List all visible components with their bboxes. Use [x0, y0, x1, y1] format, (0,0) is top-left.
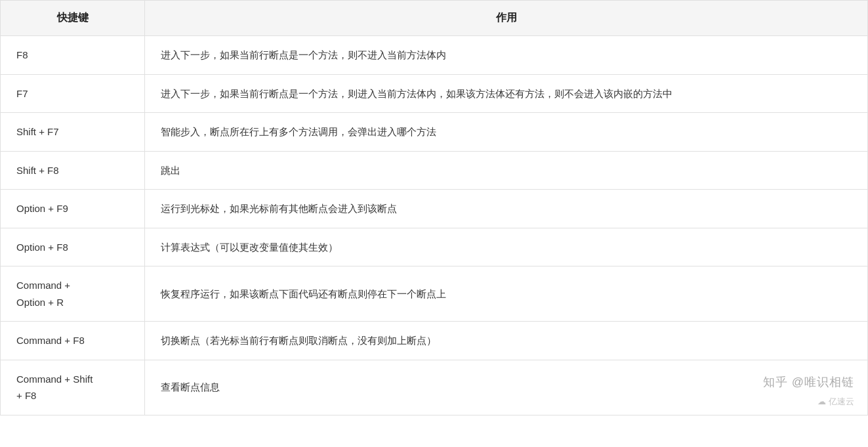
description-cell: 计算表达式（可以更改变量值使其生效）: [145, 228, 868, 266]
table-row: Shift + F7智能步入，断点所在行上有多个方法调用，会弹出进入哪个方法: [1, 113, 868, 152]
header-shortcut: 快捷键: [1, 1, 145, 36]
table-row: Command + Shift + F8查看断点信息知乎 @唯识相链☁ 亿速云: [1, 360, 868, 415]
aliyun-cloud-icon: ☁: [817, 394, 826, 409]
shortcut-cell: F8: [1, 36, 145, 75]
shortcut-table: 快捷键 作用 F8进入下一步，如果当前行断点是一个方法，则不进入当前方法体内F7…: [0, 0, 868, 415]
shortcut-table-container: 快捷键 作用 F8进入下一步，如果当前行断点是一个方法，则不进入当前方法体内F7…: [0, 0, 868, 415]
description-cell: 切换断点（若光标当前行有断点则取消断点，没有则加上断点）: [145, 322, 868, 360]
shortcut-cell: Option + F8: [1, 228, 145, 266]
table-row: Command + F8切换断点（若光标当前行有断点则取消断点，没有则加上断点）: [1, 322, 868, 360]
description-cell: 运行到光标处，如果光标前有其他断点会进入到该断点: [145, 190, 868, 228]
header-description: 作用: [145, 1, 868, 36]
table-row: Shift + F8跳出: [1, 151, 868, 190]
description-cell: 智能步入，断点所在行上有多个方法调用，会弹出进入哪个方法: [145, 113, 868, 152]
table-row: F7进入下一步，如果当前行断点是一个方法，则进入当前方法体内，如果该方法体还有方…: [1, 74, 868, 113]
shortcut-cell: Command + Shift + F8: [1, 360, 145, 415]
description-cell: 进入下一步，如果当前行断点是一个方法，则进入当前方法体内，如果该方法体还有方法，…: [145, 74, 868, 113]
description-cell: 进入下一步，如果当前行断点是一个方法，则不进入当前方法体内: [145, 36, 868, 75]
table-row: Option + F9运行到光标处，如果光标前有其他断点会进入到该断点: [1, 190, 868, 228]
description-cell: 查看断点信息知乎 @唯识相链☁ 亿速云: [145, 360, 868, 415]
watermark-zhihu: 知乎 @唯识相链: [763, 372, 854, 393]
shortcut-cell: F7: [1, 74, 145, 113]
table-row: Command + Option + R恢复程序运行，如果该断点下面代码还有断点…: [1, 266, 868, 322]
table-row: F8进入下一步，如果当前行断点是一个方法，则不进入当前方法体内: [1, 36, 868, 75]
shortcut-cell: Shift + F7: [1, 113, 145, 152]
table-row: Option + F8计算表达式（可以更改变量值使其生效）: [1, 228, 868, 266]
watermark: 知乎 @唯识相链☁ 亿速云: [763, 372, 854, 410]
shortcut-cell: Option + F9: [1, 190, 145, 228]
shortcut-cell: Shift + F8: [1, 151, 145, 190]
shortcut-cell: Command + F8: [1, 322, 145, 360]
description-cell: 恢复程序运行，如果该断点下面代码还有断点则停在下一个断点上: [145, 266, 868, 322]
table-header-row: 快捷键 作用: [1, 1, 868, 36]
description-cell: 跳出: [145, 151, 868, 190]
watermark-aliyun: ☁ 亿速云: [817, 394, 854, 409]
shortcut-cell: Command + Option + R: [1, 266, 145, 322]
